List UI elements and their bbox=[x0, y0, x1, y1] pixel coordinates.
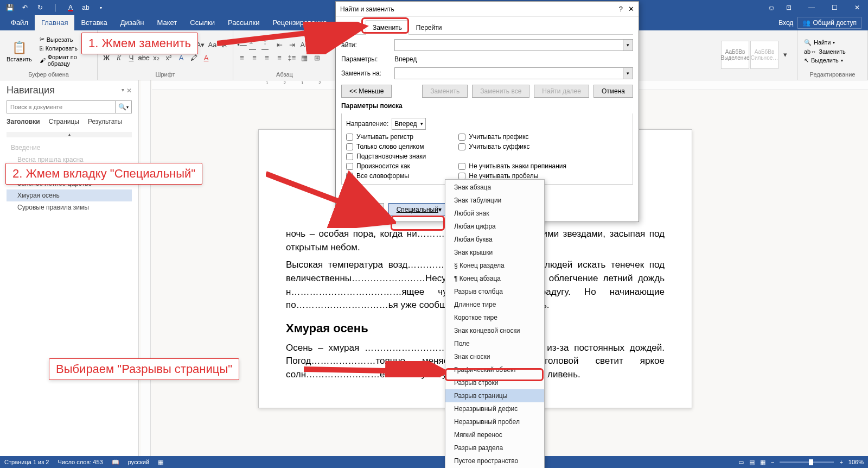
insert-tab[interactable]: Вставка bbox=[74, 15, 113, 30]
select-button[interactable]: ↖Выделить▾ bbox=[801, 56, 849, 65]
cm-item[interactable]: Знак концевой сноски bbox=[445, 324, 544, 337]
cm-item[interactable]: Знак абзаца bbox=[445, 181, 544, 194]
nav-close-icon[interactable]: ✕ bbox=[126, 87, 132, 94]
cm-item[interactable]: Графический объект bbox=[445, 363, 544, 376]
close-icon[interactable]: ✕ bbox=[846, 0, 868, 15]
styles-more-icon[interactable]: ▾ bbox=[780, 49, 790, 60]
cm-item[interactable]: Любая цифра bbox=[445, 220, 544, 233]
qat-dropdown-icon[interactable]: ▾ bbox=[95, 2, 106, 13]
home-tab[interactable]: Главная bbox=[35, 15, 74, 30]
cm-item[interactable]: Разрыв строки bbox=[445, 376, 544, 389]
replace-input[interactable] bbox=[395, 68, 623, 79]
cm-item[interactable]: Короткое тире bbox=[445, 311, 544, 324]
find-combo[interactable]: ▾ bbox=[394, 39, 633, 51]
nav-item[interactable]: Хмурая осень bbox=[7, 189, 132, 201]
nav-collapse-icon[interactable]: ▴ bbox=[7, 132, 132, 137]
minimize-icon[interactable]: — bbox=[801, 0, 822, 15]
zoom-slider[interactable] bbox=[780, 461, 834, 463]
login-link[interactable]: Вход bbox=[778, 19, 793, 27]
less-button[interactable]: << Меньше bbox=[341, 85, 392, 98]
cm-item[interactable]: Разрыв раздела bbox=[445, 441, 544, 454]
align-right-icon[interactable]: ≡ bbox=[261, 53, 272, 64]
shading-icon[interactable]: ▦ bbox=[299, 53, 310, 64]
dialog-tab-replace[interactable]: Заменить bbox=[366, 20, 409, 35]
nav-search-button[interactable]: 🔍▾ bbox=[115, 101, 131, 113]
numbering-icon[interactable]: 1— bbox=[249, 40, 260, 50]
undo-icon[interactable]: ↶ bbox=[20, 2, 30, 13]
review-tab[interactable]: Рецензирование bbox=[266, 15, 333, 30]
cm-item[interactable]: Знак сноски bbox=[445, 350, 544, 363]
redo-icon[interactable]: ↻ bbox=[35, 2, 46, 13]
justify-icon[interactable]: ≡ bbox=[274, 53, 285, 64]
find-button[interactable]: 🔍Найти▾ bbox=[801, 39, 849, 47]
chk-prefix[interactable]: Учитывать префикс bbox=[458, 133, 566, 141]
save-icon[interactable]: 💾 bbox=[4, 2, 15, 13]
dialog-tab-goto[interactable]: Перейти bbox=[409, 20, 449, 35]
nav-dropdown-icon[interactable]: ▾ bbox=[122, 87, 124, 94]
cm-item[interactable]: Поле bbox=[445, 337, 544, 350]
replace-one-button[interactable]: Заменить bbox=[422, 85, 468, 98]
status-page[interactable]: Страница 1 из 2 bbox=[4, 459, 49, 465]
find-next-button[interactable]: Найти далее bbox=[534, 85, 589, 98]
style-box-1[interactable]: АаБбВвВыделение bbox=[721, 41, 749, 69]
nav-item[interactable]: Введение bbox=[7, 142, 132, 154]
view-print-icon[interactable]: ▤ bbox=[749, 459, 755, 466]
cm-item[interactable]: Неразрывный пробел bbox=[445, 415, 544, 428]
dialog-tab-find[interactable]: йти bbox=[341, 20, 366, 35]
references-tab[interactable]: Ссылки bbox=[183, 15, 221, 30]
layout-tab[interactable]: Макет bbox=[150, 15, 183, 30]
dialog-titlebar[interactable]: Найти и заменить ? ✕ bbox=[336, 2, 639, 17]
align-left-icon[interactable]: ≡ bbox=[237, 53, 247, 64]
chk-spaces[interactable]: Не учитывать пробелы bbox=[458, 172, 566, 180]
align-center-icon[interactable]: ≡ bbox=[249, 53, 260, 64]
cm-item[interactable]: Знак крышки bbox=[445, 246, 544, 259]
cancel-button[interactable]: Отмена bbox=[593, 85, 633, 98]
cm-item[interactable]: Пустое пространство bbox=[445, 454, 544, 467]
dialog-help-icon[interactable]: ? bbox=[619, 5, 623, 13]
maximize-icon[interactable]: ☐ bbox=[824, 0, 845, 15]
font-color-icon[interactable]: A bbox=[201, 53, 212, 64]
replace-button[interactable]: ab↔Заменить bbox=[801, 48, 849, 55]
multilevel-icon[interactable]: ⋮— bbox=[261, 40, 272, 50]
status-macro-icon[interactable]: ▦ bbox=[158, 459, 163, 466]
direction-select[interactable]: Вперед▾ bbox=[392, 118, 425, 130]
format-button[interactable]: Формат ▾ bbox=[341, 203, 384, 216]
cm-item[interactable]: Мягкий перенос bbox=[445, 428, 544, 441]
increase-indent-icon[interactable]: ⇥ bbox=[286, 40, 297, 50]
format-painter-button[interactable]: 🖌Формат по образцу bbox=[37, 53, 94, 67]
chk-punct[interactable]: Не учитывать знаки препинания bbox=[458, 162, 566, 170]
show-marks-icon[interactable]: ¶ bbox=[311, 40, 322, 50]
cm-item[interactable]: Неразрывный дефис bbox=[445, 402, 544, 415]
smiley-icon[interactable]: ☺ bbox=[766, 2, 777, 13]
nav-search-input[interactable] bbox=[7, 101, 115, 113]
change-case-icon[interactable]: Aa bbox=[207, 40, 218, 50]
mailings-tab[interactable]: Рассылки bbox=[221, 15, 266, 30]
paste-button[interactable]: 📋 Вставить bbox=[3, 31, 35, 71]
status-proofing-icon[interactable]: 📖 bbox=[112, 459, 119, 466]
zoom-in-icon[interactable]: + bbox=[839, 459, 843, 465]
special-button[interactable]: Специальный ▾ bbox=[388, 203, 450, 216]
replace-combo[interactable]: ▾ bbox=[394, 67, 633, 79]
replace-all-button[interactable]: Заменить все bbox=[472, 85, 529, 98]
cm-item[interactable]: § Конец раздела bbox=[445, 259, 544, 272]
find-dropdown-icon[interactable]: ▾ bbox=[623, 40, 633, 50]
chk-match-case[interactable]: Учитывать регистр bbox=[346, 133, 426, 141]
find-input[interactable] bbox=[395, 40, 623, 50]
cm-item[interactable]: Разрыв столбца bbox=[445, 285, 544, 298]
ribbon-options-icon[interactable]: ⊡ bbox=[778, 0, 800, 15]
zoom-out-icon[interactable]: − bbox=[771, 459, 774, 465]
share-button[interactable]: 👥 Общий доступ bbox=[797, 17, 861, 29]
cm-item[interactable]: Знак табуляции bbox=[445, 194, 544, 207]
borders-icon[interactable]: ⊞ bbox=[311, 53, 322, 64]
design-tab[interactable]: Дизайн bbox=[114, 15, 151, 30]
status-lang[interactable]: русский bbox=[128, 459, 149, 465]
cm-item[interactable]: Любая буква bbox=[445, 233, 544, 246]
sort-icon[interactable]: A↓ bbox=[299, 40, 310, 50]
nav-tab-pages[interactable]: Страницы bbox=[49, 118, 79, 125]
cm-item[interactable]: Любой знак bbox=[445, 207, 544, 220]
view-read-icon[interactable]: ▭ bbox=[738, 459, 744, 466]
zoom-level[interactable]: 106% bbox=[848, 459, 864, 465]
chk-sounds-like[interactable]: Произносится как bbox=[346, 162, 426, 170]
nav-tab-results[interactable]: Результаты bbox=[88, 118, 122, 125]
clear-formatting-icon[interactable]: A̷ bbox=[219, 40, 229, 50]
